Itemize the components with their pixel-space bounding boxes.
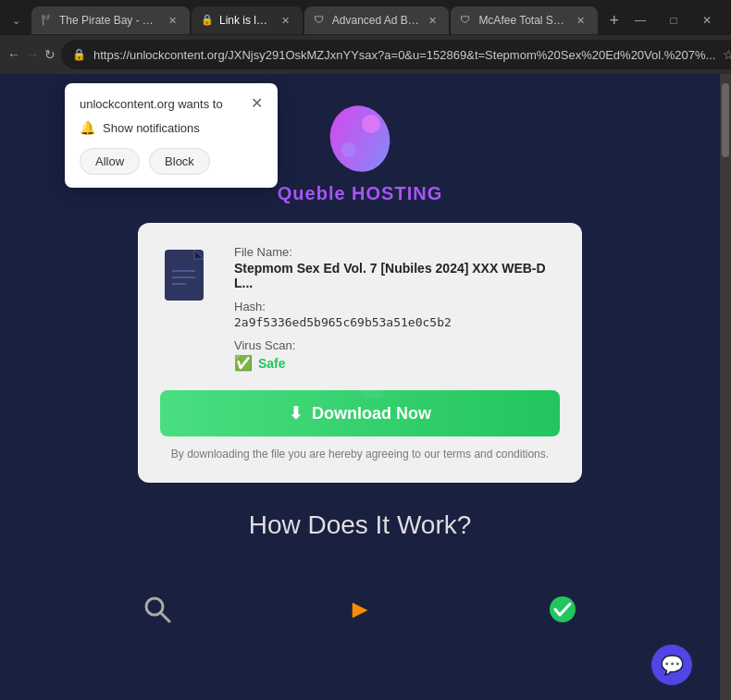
- svg-point-1: [362, 115, 380, 133]
- browser-chrome: ⌄ 🏴 The Pirate Bay - The g... ✕ 🔒 Link i…: [0, 0, 731, 74]
- cursor-bottom-icon: ►: [337, 586, 383, 632]
- chat-bubble-button[interactable]: 💬: [651, 645, 692, 685]
- tab-piratebay-close[interactable]: ✕: [166, 13, 180, 28]
- brand-name: Queble HOSTING: [278, 183, 442, 204]
- page-container: unlockcontent.org wants to ✕ 🔔 Show noti…: [0, 74, 731, 700]
- window-controls: — □ ✕: [627, 7, 724, 33]
- file-name-label: File Name:: [234, 245, 560, 259]
- tab-bar: ⌄ 🏴 The Pirate Bay - The g... ✕ 🔒 Link i…: [0, 0, 731, 35]
- bookmark-icon[interactable]: ☆: [723, 47, 731, 62]
- page-content: unlockcontent.org wants to ✕ 🔔 Show noti…: [0, 74, 720, 700]
- popup-notification-row: 🔔 Show notifications: [80, 120, 263, 135]
- download-arrow-icon: ⬇: [289, 403, 303, 424]
- allow-button[interactable]: Allow: [80, 148, 140, 175]
- popup-buttons: Allow Block: [80, 148, 263, 175]
- how-section: How Does It Work?: [0, 483, 720, 577]
- tab-link-locked-favicon: 🔒: [201, 14, 214, 27]
- tab-mcafee[interactable]: 🛡 McAfee Total Security ✕: [451, 6, 597, 34]
- notification-popup: unlockcontent.org wants to ✕ 🔔 Show noti…: [65, 83, 278, 188]
- bottom-icons: ►: [0, 577, 720, 642]
- scrollbar[interactable]: [720, 74, 731, 700]
- card-content: File Name: Stepmom Sex Ed Vol. 7 [Nubile…: [160, 245, 560, 372]
- popup-header: unlockcontent.org wants to ✕: [80, 96, 263, 111]
- svg-point-2: [341, 142, 356, 157]
- download-now-button[interactable]: ⬇ Download Now: [160, 390, 560, 436]
- tab-ad-blocker[interactable]: 🛡 Advanced Ad Blocker ✕: [304, 6, 450, 34]
- tab-mcafee-label: McAfee Total Security: [478, 14, 567, 27]
- tab-mcafee-close[interactable]: ✕: [574, 13, 589, 28]
- tab-piratebay-favicon: 🏴: [41, 14, 54, 27]
- tab-ad-blocker-label: Advanced Ad Blocker: [332, 14, 420, 27]
- brand-logo: [323, 102, 397, 176]
- tab-ad-blocker-favicon: 🛡: [314, 14, 327, 27]
- reload-button[interactable]: ↻: [44, 42, 56, 68]
- tab-piratebay-label: The Pirate Bay - The g...: [59, 14, 160, 27]
- new-tab-button[interactable]: +: [603, 7, 626, 33]
- svg-point-11: [550, 596, 576, 622]
- tab-link-locked-close[interactable]: ✕: [279, 13, 293, 28]
- ssl-lock-icon: 🔒: [72, 48, 86, 61]
- url-text: https://unlockcontent.org/JXNjsy291OskMZ…: [93, 48, 715, 62]
- how-title: How Does It Work?: [0, 510, 720, 540]
- virus-scan-row: ✅ Safe: [234, 354, 560, 372]
- check-bottom-icon: [539, 586, 586, 632]
- tab-piratebay[interactable]: 🏴 The Pirate Bay - The g... ✕: [31, 6, 190, 34]
- safe-checkmark-icon: ✅: [234, 354, 253, 372]
- tab-nav-arrows: ⌄: [7, 12, 24, 29]
- tab-link-locked[interactable]: 🔒 Link is locked ✕: [192, 6, 303, 34]
- back-button[interactable]: ←: [7, 42, 20, 68]
- hash-label: Hash:: [234, 300, 560, 313]
- scrollbar-thumb[interactable]: [722, 83, 729, 157]
- close-btn[interactable]: ✕: [694, 7, 720, 33]
- svg-point-0: [323, 102, 397, 176]
- hash-value: 2a9f5336ed5b965c69b53a51e0c5b2: [234, 315, 560, 329]
- file-icon-wrap: [160, 245, 216, 372]
- popup-close-button[interactable]: ✕: [251, 96, 263, 111]
- safe-status-text: Safe: [258, 356, 286, 371]
- block-button[interactable]: Block: [149, 148, 210, 175]
- tab-list-btn[interactable]: ⌄: [7, 12, 24, 29]
- file-details: File Name: Stepmom Sex Ed Vol. 7 [Nubile…: [234, 245, 560, 372]
- popup-notification-text: Show notifications: [103, 121, 200, 135]
- address-bar: ← → ↻ 🔒 https://unlockcontent.org/JXNjsy…: [0, 35, 731, 74]
- forward-button[interactable]: →: [26, 42, 39, 68]
- virus-scan-label: Virus Scan:: [234, 338, 560, 352]
- popup-title: unlockcontent.org wants to: [80, 97, 223, 111]
- file-name-value: Stepmom Sex Ed Vol. 7 [Nubiles 2024] XXX…: [234, 261, 560, 290]
- download-card: Q File Name: Stepmom Sex E: [138, 223, 582, 483]
- tab-mcafee-favicon: 🛡: [460, 14, 473, 27]
- url-bar[interactable]: 🔒 https://unlockcontent.org/JXNjsy291Osk…: [61, 40, 731, 69]
- file-icon: [160, 245, 216, 310]
- bell-icon: 🔔: [80, 120, 95, 135]
- svg-line-10: [161, 613, 169, 621]
- tab-link-locked-label: Link is locked: [219, 14, 273, 27]
- maximize-btn[interactable]: □: [661, 7, 687, 33]
- minimize-btn[interactable]: —: [627, 7, 653, 33]
- tab-ad-blocker-close[interactable]: ✕: [425, 13, 440, 28]
- chat-icon: 💬: [661, 654, 684, 676]
- download-btn-label: Download Now: [312, 404, 431, 424]
- terms-text: By downloading the file you are hereby a…: [160, 448, 560, 461]
- search-bottom-icon: [134, 586, 180, 632]
